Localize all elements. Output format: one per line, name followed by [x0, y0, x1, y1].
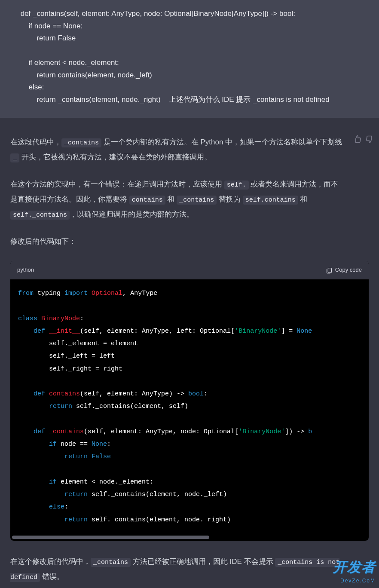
code-body[interactable]: from typing import Optional, AnyType cla… [10, 279, 369, 536]
inline-code: self._contains [10, 211, 70, 220]
inline-code: self. [224, 181, 249, 190]
copy-code-button[interactable]: Copy code [326, 265, 362, 275]
inline-code: _contains [177, 196, 217, 205]
thumbs-up-icon[interactable] [353, 135, 362, 144]
code-header: python Copy code [10, 261, 369, 279]
user-code-text: def _contains(self, element: AnyType, no… [10, 9, 295, 104]
inline-code: _ [10, 153, 19, 162]
inline-code: _contains [61, 138, 101, 147]
user-code-block: def _contains(self, element: AnyType, no… [10, 8, 369, 106]
paragraph-4: 在这个修改后的代码中，_contains 方法已经被正确地调用，因此 IDE 不… [10, 554, 369, 585]
horizontal-scrollbar[interactable] [12, 536, 209, 539]
paragraph-1: 在这段代码中，_contains 是一个类内部的私有方法。在 Python 中，… [10, 135, 369, 165]
feedback-controls [353, 135, 374, 144]
assistant-message: 在这段代码中，_contains 是一个类内部的私有方法。在 Python 中，… [0, 118, 379, 588]
thumbs-down-icon[interactable] [365, 135, 374, 144]
code-language-label: python [17, 265, 34, 275]
user-message: def _contains(self, element: AnyType, no… [0, 0, 379, 118]
inline-code: contains [129, 196, 165, 205]
user-question: 上述代码为什么 IDE 提示 _contains is not defined [169, 95, 330, 104]
inline-code: _contains [91, 558, 131, 567]
paragraph-2: 在这个方法的实现中，有一个错误：在递归调用方法时，应该使用 self. 或者类名… [10, 177, 369, 222]
svg-rect-0 [328, 268, 331, 273]
copy-code-label: Copy code [335, 265, 362, 275]
clipboard-icon [326, 267, 333, 274]
paragraph-3: 修改后的代码如下： [10, 234, 369, 249]
inline-code: self.contains [243, 196, 298, 205]
code-block: python Copy code from typing import Opti… [10, 261, 369, 541]
